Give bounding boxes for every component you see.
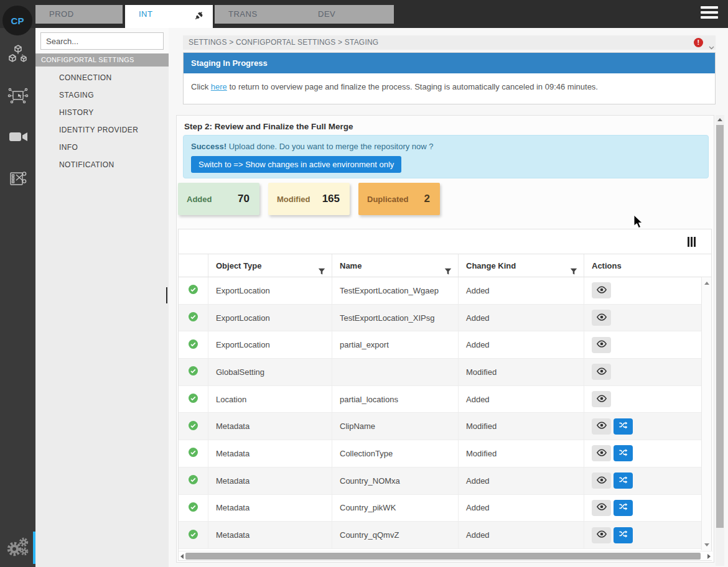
change-kind-cell: Added (459, 522, 584, 548)
name-cell: Country_qQmvZ (332, 522, 459, 548)
merge-button[interactable] (614, 418, 633, 435)
object-type-cell: Metadata (208, 468, 332, 494)
grid-header-row: Object TypeNameChange KindActions (179, 254, 711, 277)
search-input[interactable] (40, 32, 164, 50)
hamburger-menu-icon[interactable] (701, 6, 718, 21)
eye-icon (596, 367, 607, 377)
column-chooser-icon[interactable] (688, 237, 698, 247)
filter-funnel-icon[interactable] (318, 261, 325, 284)
horizontal-scroll-thumb[interactable] (185, 553, 701, 560)
tab-prod[interactable]: PROD (35, 5, 123, 24)
sidebar-item-history[interactable]: HISTORY (35, 104, 169, 121)
name-cell: Country_pikWK (332, 495, 459, 522)
view-button[interactable] (592, 472, 611, 489)
name-cell: Country_NOMxa (332, 468, 459, 494)
scroll-down-arrow[interactable] (704, 543, 709, 546)
page-scroll-up-arrow[interactable] (717, 118, 722, 121)
merge-button[interactable] (614, 527, 633, 543)
status-cell (179, 522, 208, 548)
sidebar-item-connection[interactable]: CONNECTION (35, 69, 169, 86)
view-button[interactable] (592, 282, 611, 298)
plug-icon (194, 9, 204, 28)
sidebar-item-identity-provider[interactable]: IDENTITY PROVIDER (35, 121, 169, 139)
object-type-cell: ExportLocation (208, 305, 332, 331)
view-button[interactable] (592, 391, 611, 407)
page-vertical-scrollbar[interactable] (716, 115, 724, 566)
view-button[interactable] (592, 364, 611, 380)
active-rail-indicator (33, 532, 35, 564)
stat-card-modified[interactable]: Modified165 (268, 183, 350, 215)
success-check-icon (189, 285, 198, 296)
table-row: ExportLocationTestExportLocation_XIPsgAd… (179, 305, 711, 332)
stat-card-duplicated[interactable]: Duplicated2 (358, 183, 440, 215)
menu-items: CONNECTIONSTAGINGHISTORYIDENTITY PROVIDE… (35, 69, 169, 173)
settings-gears-icon[interactable] (0, 535, 35, 560)
interactive-touch-icon[interactable] (0, 83, 35, 108)
name-cell: TestExportLocation_XIPsg (332, 305, 459, 331)
change-kind-cell: Added (459, 386, 584, 413)
view-button[interactable] (592, 337, 611, 353)
filter-funnel-icon[interactable] (570, 261, 577, 284)
change-kind-cell: Added (459, 495, 584, 522)
scroll-right-arrow[interactable] (707, 554, 711, 559)
error-badge[interactable]: ! (694, 38, 703, 47)
table-row: ExportLocationpartial_exportAdded (179, 331, 711, 359)
return-overview-link[interactable]: here (211, 82, 227, 91)
scroll-up-arrow[interactable] (704, 282, 709, 285)
table-row: GlobalSettingModified (179, 359, 711, 386)
page-scroll-thumb[interactable] (716, 125, 724, 528)
tab-trans[interactable]: TRANS (215, 5, 304, 24)
grid-horizontal-scrollbar[interactable] (179, 551, 712, 560)
change-kind-cell: Added (459, 277, 584, 304)
actions-cell (584, 386, 702, 413)
scroll-left-arrow[interactable] (180, 554, 184, 559)
sidebar-item-info[interactable]: INFO (35, 139, 169, 156)
success-check-icon (189, 530, 198, 541)
settings-menu-panel: CONFIGPORTAL SETTINGS CONNECTIONSTAGINGH… (35, 28, 169, 567)
table-row: MetadataCollectionTypeModified (179, 440, 711, 468)
stat-value: 70 (238, 193, 250, 205)
avatar[interactable]: CP (2, 6, 32, 35)
stat-label: Modified (277, 195, 310, 204)
sidebar-item-staging[interactable]: STAGING (35, 86, 169, 104)
status-cell (179, 413, 208, 440)
view-button[interactable] (592, 527, 611, 543)
actions-cell (584, 331, 702, 358)
view-button[interactable] (592, 500, 611, 516)
tab-dev[interactable]: DEV (304, 5, 394, 24)
modules-cubes-icon[interactable] (0, 42, 35, 67)
sidebar-item-notification[interactable]: NOTIFICATION (35, 156, 169, 173)
table-row: MetadataClipNameModified (179, 413, 711, 440)
staging-panel-body: Click here to return to overview page an… (184, 73, 715, 100)
switch-view-button[interactable]: Switch to => Show changes in active envi… (191, 156, 401, 173)
status-cell (179, 277, 208, 304)
media-edit-icon[interactable] (0, 166, 35, 191)
stat-label: Duplicated (367, 195, 408, 204)
merge-button[interactable] (614, 472, 633, 489)
view-button[interactable] (592, 310, 611, 326)
name-cell: ClipName (332, 413, 459, 440)
merge-button[interactable] (614, 500, 633, 516)
eye-icon (596, 449, 607, 458)
tab-int[interactable]: INT (125, 5, 213, 28)
staging-panel: Staging In Progress Click here to return… (183, 52, 716, 104)
view-button[interactable] (592, 418, 611, 435)
filter-funnel-icon[interactable] (444, 261, 452, 284)
grid-vertical-scrollbar[interactable] (701, 278, 711, 550)
mouse-cursor (633, 214, 643, 232)
merge-review-card: Step 2: Review and Finalize the Full Mer… (176, 115, 714, 563)
column-header-name: Name (332, 254, 459, 277)
staging-panel-title: Staging In Progress (184, 53, 715, 73)
name-cell: partial_export (332, 331, 459, 358)
stat-card-added[interactable]: Added70 (178, 183, 259, 215)
eye-icon (596, 395, 607, 404)
grid-toolbar (179, 229, 711, 254)
video-camera-icon[interactable] (0, 124, 35, 149)
merge-button[interactable] (614, 445, 633, 461)
grid-body: ExportLocationTestExportLocation_WgaepAd… (179, 277, 711, 549)
actions-cell (584, 440, 702, 467)
object-type-cell: GlobalSetting (208, 359, 332, 385)
column-header-actions: Actions (584, 254, 702, 277)
view-button[interactable] (592, 445, 611, 461)
stat-value: 165 (322, 193, 340, 205)
